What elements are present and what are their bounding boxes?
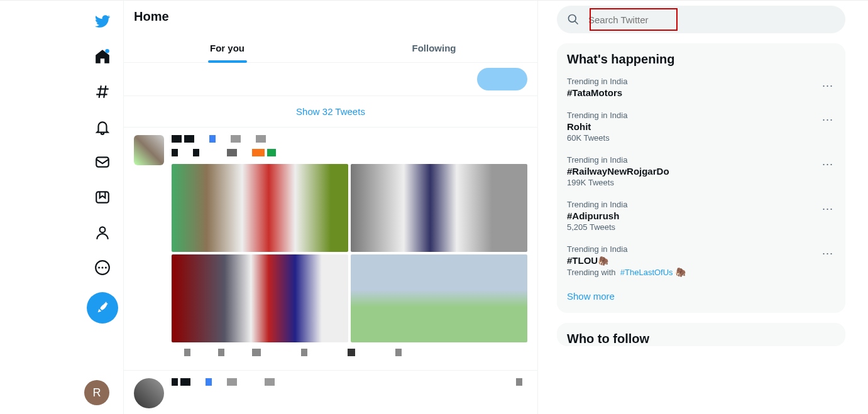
trend-topic: #Adipurush	[567, 210, 835, 221]
tweet-header-line	[172, 378, 527, 388]
svg-point-7	[105, 266, 107, 268]
search-input[interactable]	[580, 14, 835, 25]
compose-tweet-button[interactable]	[87, 292, 118, 324]
trend-more-button[interactable]: ···	[818, 154, 838, 174]
hashtag-icon	[94, 84, 111, 100]
trend-more-button[interactable]: ···	[818, 109, 838, 129]
emoji-icon: 🦣	[598, 256, 608, 266]
panel-title: What's happening	[557, 52, 845, 70]
nav-home[interactable]	[87, 41, 118, 72]
tweet-header-line	[172, 135, 527, 145]
trend-more-button[interactable]: ···	[818, 75, 838, 95]
trend-context: Trending in India	[567, 244, 835, 254]
search-icon	[567, 13, 580, 26]
tab-for-you[interactable]: For you	[124, 34, 331, 62]
trend-topic: #RailwayNewRojgarDo	[567, 166, 835, 177]
tab-following[interactable]: Following	[331, 34, 537, 62]
trending-with-link[interactable]: #TheLastOfUs	[620, 268, 673, 277]
trend-topic: #TLOU🦣	[567, 255, 835, 266]
nav-messages[interactable]	[87, 146, 118, 178]
trend-topic: #TataMotors	[567, 87, 835, 98]
trend-context: Trending in India	[567, 155, 835, 165]
tweet[interactable]	[124, 371, 537, 414]
tweet-button[interactable]	[477, 68, 527, 90]
feather-plus-icon	[96, 301, 109, 315]
whats-happening-panel: What's happening ··· Trending in India #…	[557, 43, 845, 313]
more-circle-icon	[94, 259, 111, 276]
nav-more[interactable]	[87, 252, 118, 283]
tweet-avatar[interactable]	[134, 378, 164, 408]
nav-explore[interactable]	[87, 76, 118, 107]
trend-context: Trending in India	[567, 77, 835, 86]
trend-context: Trending in India	[567, 200, 835, 209]
svg-point-6	[101, 266, 103, 268]
trend-more-button[interactable]: ···	[818, 199, 838, 219]
timeline-tabs: For you Following	[124, 34, 537, 63]
trend-topic: Rohit	[567, 121, 835, 132]
svg-rect-2	[96, 192, 109, 202]
page-title: Home	[134, 7, 527, 34]
panel-title: Who to follow	[567, 332, 835, 346]
sidebar: R	[0, 1, 123, 414]
home-icon	[94, 48, 111, 65]
account-avatar[interactable]: R	[84, 380, 109, 405]
trending-with: Trending with #TheLastOfUs 🦣	[567, 267, 835, 277]
trend-item[interactable]: ··· Trending in India #RailwayNewRojgarD…	[557, 149, 845, 193]
trend-item[interactable]: ··· Trending in India #TataMotors	[557, 70, 845, 104]
show-new-tweets[interactable]: Show 32 Tweets	[124, 96, 537, 128]
main-column: Home For you Following Show 32 Tweets	[123, 1, 538, 414]
tweet-text-line	[172, 149, 527, 159]
trend-count: 199K Tweets	[567, 178, 835, 187]
twitter-bird-icon	[94, 13, 111, 30]
trend-item[interactable]: ··· Trending in India #Adipurush 5,205 T…	[557, 193, 845, 238]
person-icon	[94, 224, 111, 241]
trend-count: 60K Tweets	[567, 133, 835, 143]
bell-icon	[94, 119, 111, 135]
tweet-actions[interactable]	[172, 349, 527, 359]
bookmark-icon	[94, 189, 111, 205]
svg-point-8	[569, 15, 576, 23]
envelope-icon	[94, 154, 111, 170]
trend-item[interactable]: ··· Trending in India Rohit 60K Tweets	[557, 104, 845, 149]
tweet-image-grid[interactable]	[172, 164, 527, 342]
logo-twitter[interactable]	[87, 6, 118, 37]
show-more-link[interactable]: Show more	[557, 283, 845, 304]
trend-item[interactable]: ··· Trending in India #TLOU🦣 Trending wi…	[557, 238, 845, 283]
nav-profile[interactable]	[87, 217, 118, 248]
trend-context: Trending in India	[567, 111, 835, 120]
svg-point-5	[98, 266, 100, 268]
emoji-icon: 🦣	[675, 267, 686, 277]
svg-point-0	[105, 49, 109, 53]
svg-rect-1	[96, 157, 109, 166]
svg-point-3	[100, 227, 106, 232]
trend-more-button[interactable]: ···	[818, 243, 838, 263]
search-box[interactable]	[557, 6, 845, 33]
who-to-follow-panel: Who to follow	[557, 323, 845, 346]
compose-row	[124, 63, 537, 96]
nav-bookmarks[interactable]	[87, 182, 118, 213]
tweet-avatar[interactable]	[134, 135, 164, 165]
tweet[interactable]	[124, 128, 537, 371]
nav-notifications[interactable]	[87, 111, 118, 143]
right-column: What's happening ··· Trending in India #…	[538, 1, 868, 414]
trend-count: 5,205 Tweets	[567, 222, 835, 232]
